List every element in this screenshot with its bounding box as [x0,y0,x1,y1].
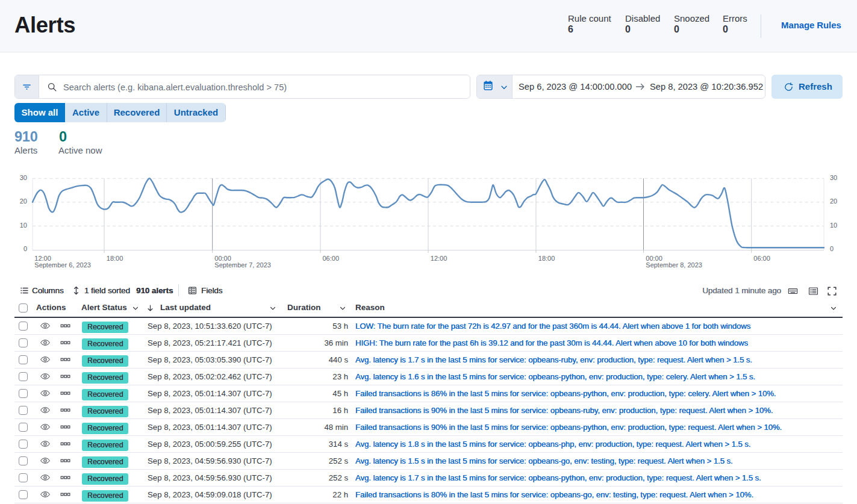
svg-text:10: 10 [20,222,27,229]
svg-text:20: 20 [20,198,27,205]
svg-text:September 8, 2023: September 8, 2023 [646,261,702,269]
svg-text:18:00: 18:00 [107,255,123,262]
svg-text:20: 20 [830,198,837,205]
svg-text:0: 0 [23,245,27,252]
svg-text:06:00: 06:00 [323,255,340,262]
svg-text:0: 0 [830,245,834,252]
svg-text:30: 30 [20,174,27,181]
svg-text:September 6, 2023: September 6, 2023 [34,261,91,269]
svg-text:18:00: 18:00 [538,255,555,262]
svg-text:September 7, 2023: September 7, 2023 [214,261,271,269]
svg-text:10: 10 [830,222,837,229]
svg-text:12:00: 12:00 [431,255,447,262]
svg-text:06:00: 06:00 [753,255,770,262]
svg-text:30: 30 [830,174,837,181]
